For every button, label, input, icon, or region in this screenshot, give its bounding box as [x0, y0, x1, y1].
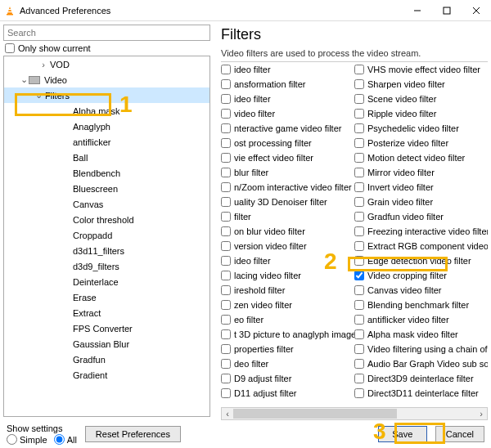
filter-checkbox[interactable]: [354, 315, 364, 325]
filter-checkbox[interactable]: [221, 315, 231, 325]
filter-checkbox[interactable]: [354, 344, 364, 354]
filter-checkbox[interactable]: [354, 256, 364, 266]
tree-item[interactable]: Alpha mask: [4, 103, 209, 119]
filter-row[interactable]: D11 adjust filter: [221, 386, 354, 401]
filter-checkbox[interactable]: [354, 197, 364, 207]
filter-checkbox[interactable]: [221, 168, 231, 177]
scrollbar-thumb[interactable]: [233, 409, 397, 419]
filter-row[interactable]: eo filter: [221, 312, 354, 327]
filter-row[interactable]: D9 adjust filter: [221, 371, 354, 386]
filter-row[interactable]: ansformation filter: [221, 77, 354, 92]
tree-item[interactable]: Canvas: [4, 196, 209, 212]
filter-row[interactable]: Mirror video filter: [354, 165, 488, 180]
tree-item[interactable]: Erase: [4, 289, 209, 305]
filter-checkbox[interactable]: [354, 79, 364, 89]
filter-checkbox[interactable]: [354, 329, 364, 339]
twisty-icon[interactable]: ⌄: [34, 90, 43, 101]
radio-simple[interactable]: Simple: [7, 434, 47, 445]
filter-row[interactable]: Gradfun video filter: [354, 209, 488, 224]
filter-checkbox[interactable]: [221, 79, 231, 89]
filter-row[interactable]: nteractive game video filter: [221, 121, 354, 136]
tree-item[interactable]: Extract: [4, 305, 209, 320]
filter-checkbox[interactable]: [354, 388, 364, 398]
tree-item[interactable]: FPS Converter: [4, 320, 209, 336]
scroll-left-icon[interactable]: ‹: [222, 408, 233, 419]
filter-row[interactable]: Freezing interactive video filter: [354, 224, 488, 239]
filter-checkbox[interactable]: [221, 285, 231, 295]
filter-row[interactable]: on blur video filter: [221, 224, 354, 239]
reset-preferences-button[interactable]: Reset Preferences: [85, 426, 181, 442]
filter-checkbox[interactable]: [354, 212, 364, 222]
filter-row[interactable]: Direct3D9 deinterlace filter: [354, 371, 488, 386]
filter-row[interactable]: Ripple video filter: [354, 106, 488, 121]
filter-row[interactable]: Video cropping filter: [354, 268, 488, 283]
filter-row[interactable]: Audio Bar Graph Video sub source: [354, 356, 488, 371]
filter-row[interactable]: vie effect video filter: [221, 150, 354, 165]
filter-row[interactable]: zen video filter: [221, 298, 354, 312]
filter-row[interactable]: Grain video filter: [354, 195, 488, 209]
filter-checkbox[interactable]: [221, 329, 231, 339]
minimize-button[interactable]: [403, 0, 432, 21]
filter-checkbox[interactable]: [354, 241, 364, 251]
filter-row[interactable]: ideo filter: [221, 92, 354, 106]
filter-row[interactable]: VHS movie effect video filter: [354, 62, 488, 77]
filter-checkbox[interactable]: [221, 94, 231, 104]
filter-row[interactable]: Scene video filter: [354, 92, 488, 106]
filter-row[interactable]: antiflicker video filter: [354, 312, 488, 327]
tree-item[interactable]: Bluescreen: [4, 181, 209, 196]
filter-row[interactable]: Canvas video filter: [354, 283, 488, 298]
filter-row[interactable]: ideo filter: [221, 62, 354, 77]
close-button[interactable]: [462, 0, 491, 21]
filter-row[interactable]: Video filtering using a chain of video f…: [354, 342, 488, 356]
filter-row[interactable]: Invert video filter: [354, 180, 488, 195]
only-show-checkbox[interactable]: [5, 43, 15, 53]
only-show-current[interactable]: Only show current: [3, 41, 210, 56]
filter-checkbox[interactable]: [221, 182, 231, 192]
filter-checkbox[interactable]: [221, 153, 231, 163]
filter-checkbox[interactable]: [221, 271, 231, 280]
filter-checkbox[interactable]: [221, 109, 231, 119]
radio-all[interactable]: All: [54, 434, 77, 445]
filter-checkbox[interactable]: [354, 109, 364, 119]
filter-row[interactable]: ireshold filter: [221, 283, 354, 298]
filter-row[interactable]: t 3D picture to anaglyph image video fil…: [221, 327, 354, 342]
filter-row[interactable]: n/Zoom interactive video filter: [221, 180, 354, 195]
filter-checkbox[interactable]: [354, 153, 364, 163]
filter-row[interactable]: ost processing filter: [221, 136, 354, 150]
preferences-tree[interactable]: ›VOD⌄Video⌄FiltersAlpha maskAnaglyphanti…: [3, 56, 210, 417]
twisty-icon[interactable]: ›: [38, 60, 48, 69]
filter-checkbox[interactable]: [354, 168, 364, 177]
tree-item[interactable]: ›VOD: [4, 56, 209, 72]
filter-row[interactable]: Posterize video filter: [354, 136, 488, 150]
filter-checkbox[interactable]: [221, 374, 231, 383]
tree-item[interactable]: d3d11_filters: [4, 243, 209, 258]
filter-checkbox[interactable]: [354, 123, 364, 133]
filter-checkbox[interactable]: [354, 374, 364, 383]
tree-item[interactable]: Croppadd: [4, 227, 209, 243]
tree-item[interactable]: ⌄Video: [4, 72, 209, 87]
tree-item[interactable]: Deinterlace: [4, 274, 209, 289]
filter-checkbox[interactable]: [354, 285, 364, 295]
maximize-button[interactable]: [432, 0, 462, 21]
filter-row[interactable]: Edge detection video filter: [354, 253, 488, 268]
filter-checkbox[interactable]: [354, 359, 364, 369]
cancel-button[interactable]: Cancel: [435, 426, 484, 442]
search-input[interactable]: [3, 25, 210, 41]
filter-checkbox[interactable]: [354, 182, 364, 192]
filter-checkbox[interactable]: [354, 300, 364, 310]
filter-row[interactable]: Psychedelic video filter: [354, 121, 488, 136]
filter-checkbox[interactable]: [221, 65, 231, 74]
filter-checkbox[interactable]: [221, 344, 231, 354]
filter-checkbox[interactable]: [221, 212, 231, 222]
filter-checkbox[interactable]: [221, 388, 231, 398]
filter-row[interactable]: version video filter: [221, 239, 354, 253]
tree-item[interactable]: antiflicker: [4, 134, 209, 150]
filter-row[interactable]: Alpha mask video filter: [354, 327, 488, 342]
filter-checkbox[interactable]: [354, 94, 364, 104]
horizontal-scrollbar[interactable]: ‹ ›: [221, 407, 488, 420]
tree-item[interactable]: d3d9_filters: [4, 258, 209, 274]
filter-row[interactable]: filter: [221, 209, 354, 224]
filter-row[interactable]: Motion detect video filter: [354, 150, 488, 165]
tree-item[interactable]: Gaussian Blur: [4, 336, 209, 352]
filter-checkbox[interactable]: [221, 226, 231, 236]
